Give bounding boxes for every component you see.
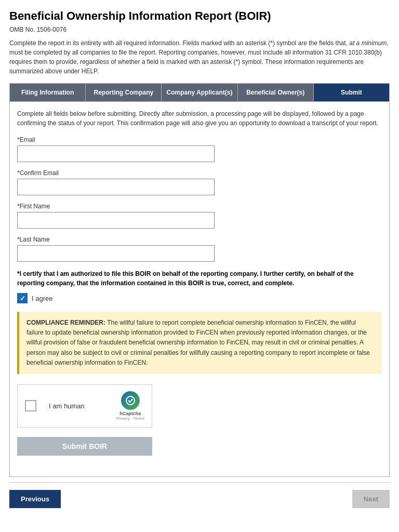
last-name-label: *Last Name (17, 236, 382, 243)
first-name-input[interactable] (17, 212, 215, 229)
svg-point-0 (126, 396, 135, 405)
confirm-email-field-group: *Confirm Email (17, 169, 382, 195)
last-name-field-group: *Last Name (17, 236, 382, 262)
confirm-email-input[interactable] (17, 179, 215, 195)
captcha-logo-icon (121, 391, 140, 410)
compliance-box: COMPLIANCE REMINDER: The willful failure… (17, 312, 382, 374)
tab-reporting-company[interactable]: Reporting Company (86, 84, 162, 101)
email-field-group: *Email (17, 136, 382, 162)
tab-beneficial-owners[interactable]: Beneficial Owner(s) (238, 84, 314, 101)
compliance-label: COMPLIANCE REMINDER: (26, 319, 105, 326)
captcha-logo-area: hCaptcha Privacy · Terms (116, 391, 144, 421)
email-label: *Email (17, 136, 382, 143)
section-description: Complete all fields below before submitt… (17, 109, 382, 128)
last-name-input[interactable] (17, 245, 215, 262)
next-button: Next (352, 490, 390, 508)
confirm-email-label: *Confirm Email (17, 169, 382, 177)
tab-submit[interactable]: Submit (314, 84, 389, 101)
captcha-checkbox[interactable] (25, 400, 36, 411)
certification-text: *I certify that I am authorized to file … (17, 269, 382, 288)
page-container: Beneficial Ownership Information Report … (0, 0, 399, 532)
captcha-links[interactable]: Privacy · Terms (116, 416, 144, 421)
intro-text: Complete the report in its entirety with… (9, 38, 390, 76)
tab-navigation: Filing Information Reporting Company Com… (9, 83, 390, 102)
submit-boir-button[interactable]: Submit BOIR (17, 437, 152, 456)
agree-row: I agree (17, 293, 382, 303)
previous-button[interactable]: Previous (9, 490, 61, 508)
agree-label: I agree (32, 295, 52, 302)
email-input[interactable] (17, 145, 215, 162)
captcha-brand: hCaptcha (119, 411, 141, 416)
omb-number: OMB No. 1506-0076 (9, 26, 390, 33)
page-title: Beneficial Ownership Information Report … (9, 9, 390, 23)
form-section: Complete all fields below before submitt… (9, 102, 390, 477)
first-name-field-group: *First Name (17, 203, 382, 229)
captcha-label: I am human (49, 402, 85, 410)
tab-filing-information[interactable]: Filing Information (10, 84, 86, 101)
first-name-label: *First Name (17, 203, 382, 210)
agree-checkbox[interactable] (17, 293, 28, 303)
tab-company-applicants[interactable]: Company Applicant(s) (162, 84, 237, 101)
captcha-container[interactable]: I am human hCaptcha Privacy · Terms (17, 384, 152, 428)
bottom-navigation: Previous Next (9, 482, 390, 515)
